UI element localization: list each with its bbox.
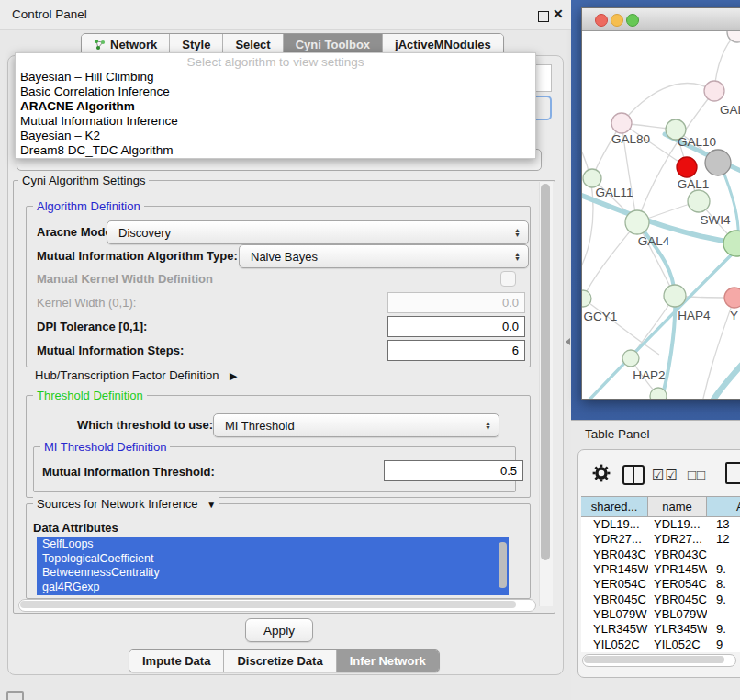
split-view-icon[interactable]: [622, 465, 645, 485]
table-cell: YDR27...: [648, 532, 707, 547]
kernel-width-value: 0.0: [502, 296, 519, 310]
network-node-hap2[interactable]: [622, 350, 639, 367]
attribute-item-selected[interactable]: BetweennessCentrality: [37, 566, 509, 581]
mi-steps-label: Mutual Information Steps:: [37, 344, 184, 357]
network-window-titlebar[interactable]: [582, 8, 740, 31]
table-cell: 9: [707, 638, 740, 652]
network-node[interactable]: [650, 388, 667, 399]
network-node[interactable]: [688, 190, 710, 212]
apply-button[interactable]: Apply: [245, 618, 313, 642]
settings-horizontal-scrollbar-track[interactable]: [18, 599, 536, 612]
table-row[interactable]: YDR27...YDR27...12: [581, 532, 740, 547]
attribute-item-selected[interactable]: SelfLoops: [37, 537, 509, 552]
attributes-scrollbar-thumb[interactable]: [499, 542, 507, 588]
algorithm-option[interactable]: Dream8 DC_TDC Algorithm: [20, 143, 525, 158]
settings-vertical-scrollbar-thumb[interactable]: [541, 184, 550, 560]
page-icon[interactable]: [725, 462, 740, 484]
node-label: HAP4: [678, 309, 711, 322]
network-icon: [94, 39, 106, 51]
table-row[interactable]: YPR145WYPR145W9.: [581, 562, 740, 577]
node-label: Y: [730, 309, 738, 322]
chevron-right-icon: ▶: [230, 370, 237, 381]
algorithm-option[interactable]: Bayesian – Hill Climbing: [20, 70, 525, 85]
mi-type-combo[interactable]: Naive Bayes ▲▼: [239, 244, 529, 268]
gear-icon[interactable]: [592, 464, 611, 486]
settings-horizontal-scrollbar-thumb[interactable]: [20, 601, 516, 608]
data-attributes-list[interactable]: SelfLoopsTopologicalCoefficientBetweenne…: [37, 537, 509, 595]
table-row[interactable]: YDL19...YDL19...13: [581, 517, 740, 532]
control-panel-title: Control Panel: [12, 7, 87, 21]
algorithm-option[interactable]: ARACNE Algorithm: [20, 99, 525, 114]
network-node-hap4[interactable]: [664, 285, 686, 307]
table-row[interactable]: YBR043CYBR043C: [581, 548, 740, 562]
which-threshold-value: MI Threshold: [225, 419, 295, 433]
mi-steps-input[interactable]: 6: [387, 340, 525, 361]
table-row[interactable]: YIL052CYIL052C9: [581, 638, 740, 652]
algorithm-option[interactable]: Bayesian – K2: [20, 129, 525, 143]
table-cell: 8.: [707, 577, 740, 592]
cyni-settings-legend: Cyni Algorithm Settings: [18, 174, 149, 187]
algorithm-definition-legend: Algorithm Definition: [33, 199, 144, 213]
minimized-panel-icon[interactable]: [6, 691, 24, 700]
node-label: GAL11: [595, 186, 633, 199]
mi-threshold-input[interactable]: 0.5: [384, 460, 523, 481]
cyni-bottom-tabbar: Impute DataDiscretize DataInfer Network: [129, 649, 440, 672]
network-node[interactable]: [705, 150, 731, 175]
table-cell: YPR145W: [648, 562, 707, 577]
column-header[interactable]: name: [648, 496, 707, 517]
network-node-swi4[interactable]: [723, 231, 740, 256]
zoom-traffic-light-icon[interactable]: [626, 14, 639, 27]
attribute-item-selected[interactable]: TopologicalCoefficient: [37, 552, 509, 567]
attribute-item-selected[interactable]: gal4RGexp: [37, 581, 509, 595]
manual-kernel-checkbox[interactable]: [500, 271, 516, 287]
table-row[interactable]: YLR345WYLR345W9.: [581, 622, 740, 637]
network-node-gal80[interactable]: [611, 113, 632, 133]
hide-columns-icon[interactable]: □□: [688, 467, 706, 482]
tab-label: Cyni Toolbox: [296, 38, 370, 51]
table-cell: YDL19...: [581, 517, 648, 532]
bottom-tab-infer-network[interactable]: Infer Network: [337, 650, 439, 672]
algorithm-option[interactable]: Basic Correlation Inference: [20, 85, 525, 99]
close-panel-icon[interactable]: ✕: [553, 6, 564, 21]
network-node-y[interactable]: [724, 288, 740, 308]
panel-resize-handle[interactable]: [566, 338, 570, 345]
which-threshold-label: Which threshold to use:: [77, 418, 213, 432]
network-node-gal4[interactable]: [625, 210, 649, 234]
column-header[interactable]: shared...: [581, 496, 648, 517]
table-cell: YBR043C: [648, 548, 707, 562]
float-window-icon[interactable]: [538, 11, 549, 22]
table-horizontal-scrollbar-thumb[interactable]: [584, 656, 724, 663]
network-node-gal11[interactable]: [583, 169, 601, 187]
combo-arrows-icon: ▲▼: [514, 228, 521, 237]
sources-legend[interactable]: Sources for Network Inference ▼: [33, 497, 219, 511]
table-horizontal-scrollbar[interactable]: [582, 654, 736, 667]
network-node-gal1[interactable]: [677, 157, 697, 177]
network-node[interactable]: [727, 31, 740, 42]
table-row[interactable]: YBR045CYBR045C9.: [581, 593, 740, 607]
table-cell: YBR045C: [648, 593, 707, 607]
minimize-traffic-light-icon[interactable]: [611, 14, 623, 27]
which-threshold-combo[interactable]: MI Threshold ▲▼: [213, 413, 499, 437]
table-row[interactable]: YBL079WYBL079W: [581, 607, 740, 622]
bottom-tab-impute-data[interactable]: Impute Data: [129, 650, 224, 672]
network-node-gcy1[interactable]: [582, 290, 591, 307]
aracne-mode-label: Aracne Mode:: [37, 225, 116, 239]
table-cell: [707, 548, 740, 562]
dpi-tolerance-input[interactable]: 0.0: [387, 316, 525, 337]
network-canvas[interactable]: GALGAL80GAL10GAL1GAL11GAL4SWI4GCY1HAP4YH…: [582, 31, 740, 399]
algorithm-option[interactable]: Mutual Information Inference: [20, 114, 525, 129]
hub-tf-section-toggle[interactable]: Hub/Transcription Factor Definition ▶: [35, 368, 237, 382]
show-checked-columns-icon[interactable]: ☑☑: [652, 467, 678, 483]
mi-threshold-label: Mutual Information Threshold:: [42, 465, 215, 479]
network-node-gal[interactable]: [704, 81, 724, 101]
hub-tf-label: Hub/Transcription Factor Definition: [35, 368, 219, 382]
table-row[interactable]: YER054CYER054C8.: [581, 577, 740, 592]
aracne-mode-combo[interactable]: Discovery ▲▼: [107, 220, 529, 244]
close-traffic-light-icon[interactable]: [595, 14, 608, 27]
table-cell: 9.: [707, 562, 740, 577]
table-cell: YER054C: [648, 577, 707, 592]
bottom-tab-discretize-data[interactable]: Discretize Data: [224, 650, 336, 672]
kernel-width-input[interactable]: 0.0: [387, 292, 525, 313]
column-header[interactable]: A: [707, 496, 740, 517]
table-cell: YBR045C: [581, 593, 648, 607]
